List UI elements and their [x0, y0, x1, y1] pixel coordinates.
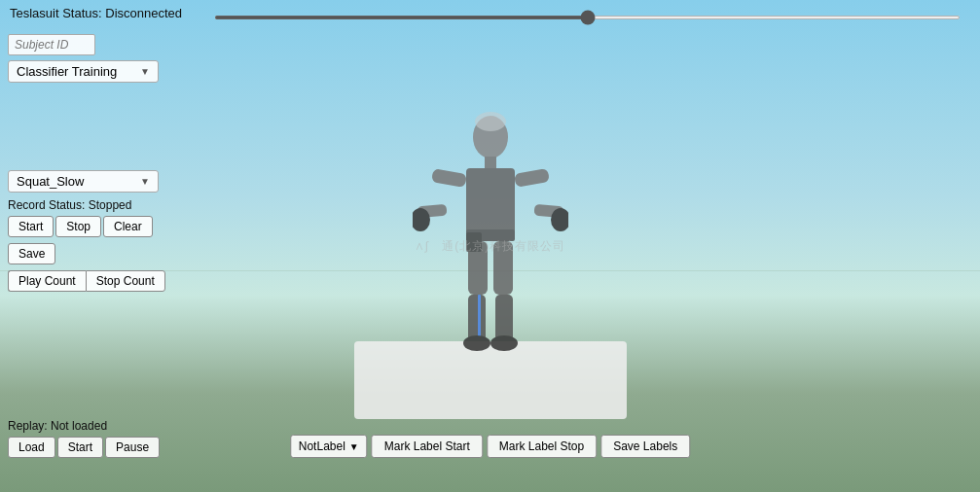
timeline-slider[interactable] — [214, 16, 961, 19]
label-dropdown-label: NotLabel — [299, 439, 345, 453]
replay-section: Replay: Not loaded Load Start Pause — [8, 419, 160, 458]
replay-controls: Load Start Pause — [8, 437, 160, 458]
svg-rect-5 — [514, 168, 550, 188]
mode-dropdown-chevron: ▼ — [140, 66, 150, 77]
mode-dropdown-label: Classifier Training — [17, 64, 117, 79]
mark-label-stop-button[interactable]: Mark Label Stop — [487, 435, 597, 458]
replay-status: Replay: Not loaded — [8, 419, 160, 433]
play-count-button[interactable]: Play Count — [8, 270, 86, 292]
svg-point-17 — [475, 112, 506, 131]
save-button[interactable]: Save — [8, 243, 55, 264]
label-dropdown-button[interactable]: NotLabel ▼ — [290, 435, 368, 458]
svg-point-15 — [463, 335, 490, 351]
svg-rect-2 — [466, 168, 515, 236]
record-controls: Start Stop Clear — [8, 216, 165, 237]
svg-point-16 — [490, 335, 518, 351]
stop-button[interactable]: Stop — [55, 216, 101, 237]
mark-label-start-button[interactable]: Mark Label Start — [372, 435, 483, 458]
count-buttons: Play Count Stop Count — [8, 270, 165, 292]
svg-rect-4 — [431, 168, 467, 188]
label-controls: NotLabel ▼ Mark Label Start Mark Label S… — [290, 435, 690, 458]
mode-dropdown-button[interactable]: Classifier Training ▼ — [8, 60, 159, 83]
replay-start-button[interactable]: Start — [57, 437, 103, 458]
motion-dropdown-button[interactable]: Squat_Slow ▼ — [8, 170, 159, 193]
motion-section: Squat_Slow ▼ Record Status: Stopped Star… — [8, 170, 165, 292]
stop-count-button[interactable]: Stop Count — [86, 270, 165, 292]
pause-button[interactable]: Pause — [105, 437, 160, 458]
slider-container[interactable] — [214, 8, 961, 22]
label-dropdown-chevron: ▼ — [349, 441, 359, 452]
motion-dropdown-chevron: ▼ — [140, 176, 150, 187]
load-button[interactable]: Load — [8, 437, 55, 458]
motion-dropdown-label: Squat_Slow — [17, 174, 84, 189]
watermark: ∧∫ 通(北京)科技有限公司 — [415, 238, 565, 255]
subject-id-input[interactable] — [8, 34, 95, 55]
start-button[interactable]: Start — [8, 216, 54, 237]
svg-rect-1 — [485, 157, 496, 168]
clear-button[interactable]: Clear — [103, 216, 153, 237]
record-status: Record Status: Stopped — [8, 198, 165, 212]
save-labels-button[interactable]: Save Labels — [600, 435, 690, 458]
